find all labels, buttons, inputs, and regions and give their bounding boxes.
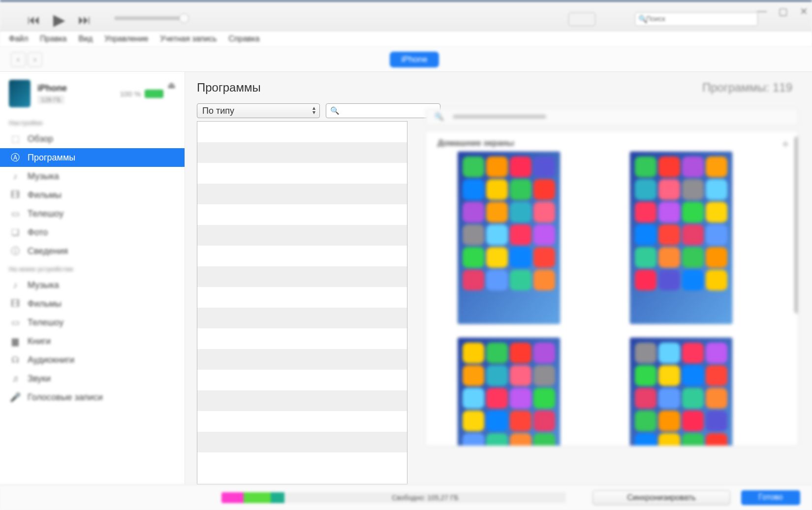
app-list-row[interactable] [197,370,407,390]
done-button[interactable]: Готово [741,490,800,505]
sidebar-item-icon: ♬ [10,373,21,384]
battery-percent: 100 % [120,90,141,98]
window-minimize-icon[interactable]: — [757,5,767,17]
sidebar-item-icon: ❏ [10,227,21,238]
nav-forward-button[interactable]: › [28,52,42,67]
sidebar: iPhone 128 ГБ 100 % ⏏ Настройки ⬚ОбзорⒶП… [0,72,185,484]
sidebar-item-label: Фильмы [28,190,62,200]
device-header: iPhone 128 ГБ 100 % ⏏ [0,76,185,114]
menu-item[interactable]: Правка [40,34,66,44]
app-list-row[interactable] [197,411,407,432]
eject-icon[interactable]: ⏏ [167,80,176,91]
sidebar-item[interactable]: 🎞Фильмы [0,294,185,313]
app-list-row[interactable] [197,432,407,452]
sidebar-item-icon: ♪ [10,280,21,290]
library-search-input[interactable] [646,13,756,25]
app-list-row[interactable] [197,122,407,142]
window-close-icon[interactable]: ✕ [800,5,808,17]
volume-slider[interactable] [114,16,188,20]
sidebar-item[interactable]: ▭Телешоу [0,204,185,223]
window-maximize-icon[interactable]: ▢ [779,5,788,17]
sidebar-item-label: Программы [28,153,75,163]
sidebar-item-label: Музыка [28,280,59,290]
sidebar-item[interactable]: ♬Звуки [0,369,185,388]
sidebar-item[interactable]: 🎞Фильмы [0,186,185,204]
inner-scrollbar[interactable] [794,131,798,443]
sidebar-item[interactable]: ▆Книги [0,332,185,351]
sidebar-item-label: Книги [28,336,51,347]
device-name: iPhone [37,83,120,94]
sidebar-item-icon: 🎤 [10,392,21,403]
home-screen[interactable]: Страница 2 [629,337,733,446]
home-screen[interactable] [629,151,733,327]
app-list-row[interactable] [197,163,407,184]
device-tab[interactable]: iPhone [390,52,439,67]
sidebar-item[interactable]: ♪Музыка [0,276,185,294]
usage-free-label: Свободно: 105,27 ГБ [284,492,566,503]
app-list-row[interactable] [197,225,407,246]
app-list-row[interactable] [197,266,407,287]
sidebar-item-label: Фильмы [28,299,62,309]
sidebar-item[interactable]: ⒶПрограммы [0,148,185,167]
titlebar-toolbar: ⏮ ▶ ⏭ 🔍 — ▢ ✕ [0,0,812,32]
location-bar: ‹ › iPhone [0,47,812,72]
sidebar-item[interactable]: 🎤Голосовые записи [0,388,185,407]
search-icon: 🔍 [638,15,648,24]
app-list-row[interactable] [197,349,407,370]
menu-item[interactable]: Учетная запись [160,34,217,44]
nav-back-button[interactable]: ‹ [11,52,26,67]
play-icon[interactable]: ▶ [53,10,65,29]
prev-track-icon[interactable]: ⏮ [28,12,40,28]
library-search[interactable]: 🔍 [635,12,758,26]
app-list-row[interactable] [197,287,407,308]
app-list-row[interactable] [197,390,407,411]
main-content: Программы По типу ▴▾ 🔍 Программы: 119 🔍 [185,72,812,484]
home-screens-search[interactable]: 🔍 [425,108,798,125]
menu-item[interactable]: Управление [104,34,148,44]
sort-dropdown[interactable]: По типу ▴▾ [197,103,320,118]
app-list-row[interactable] [197,204,407,225]
sidebar-item[interactable]: ⓘСведения [0,242,185,260]
sidebar-item-icon: ☊ [10,354,21,365]
sidebar-item[interactable]: ⬚Обзор [0,129,185,148]
home-screen[interactable] [457,151,561,327]
home-screen[interactable]: Страница 1 [457,337,561,446]
app-list-row[interactable] [197,328,407,349]
sidebar-item[interactable]: ♪Музыка [0,167,185,186]
storage-usage-bar: Свободно: 105,27 ГБ [221,492,566,503]
app-list-row[interactable] [197,142,407,163]
device-view-button[interactable] [568,12,595,26]
sidebar-item-label: Фото [28,227,48,238]
app-list-row[interactable] [197,308,407,328]
sidebar-item-label: Музыка [28,171,59,182]
sidebar-item-label: Сведения [28,246,68,256]
sidebar-item[interactable]: ☊Аудиокниги [0,351,185,369]
apps-list[interactable] [197,121,407,484]
sidebar-item-icon: ▭ [10,317,21,328]
device-thumbnail [9,80,31,107]
menu-item[interactable]: Файл [9,34,28,44]
sidebar-item[interactable]: ❏Фото [0,223,185,242]
sidebar-item-icon: ⓘ [10,246,21,256]
usage-segment [221,492,244,503]
section-caption-ondevice: На моем устройстве [0,260,185,276]
sidebar-item-icon: 🎞 [10,298,21,309]
sort-dropdown-label: По типу [202,106,234,116]
sidebar-item-label: Телешоу [28,209,63,219]
menu-item[interactable]: Справка [229,34,260,44]
sync-button[interactable]: Синхронизировать [593,490,730,505]
search-icon: 🔍 [435,112,444,121]
next-track-icon[interactable]: ⏭ [78,12,91,28]
menu-item[interactable]: Вид [78,34,93,44]
sidebar-item-icon: ♪ [10,171,21,182]
sidebar-item-icon: ⬚ [10,133,21,144]
sidebar-item-icon: ▭ [10,208,21,219]
sidebar-item[interactable]: ▭Телешоу [0,313,185,332]
sidebar-item-icon: ▆ [10,336,21,347]
apps-column: Программы По типу ▴▾ 🔍 [185,72,416,484]
app-list-row[interactable] [197,184,407,204]
dropdown-stepper-icon: ▴▾ [312,106,315,115]
app-list-row[interactable] [197,246,407,266]
add-page-icon[interactable]: ＋ [780,136,791,151]
apps-count-label: Программы: 119 [702,81,792,95]
